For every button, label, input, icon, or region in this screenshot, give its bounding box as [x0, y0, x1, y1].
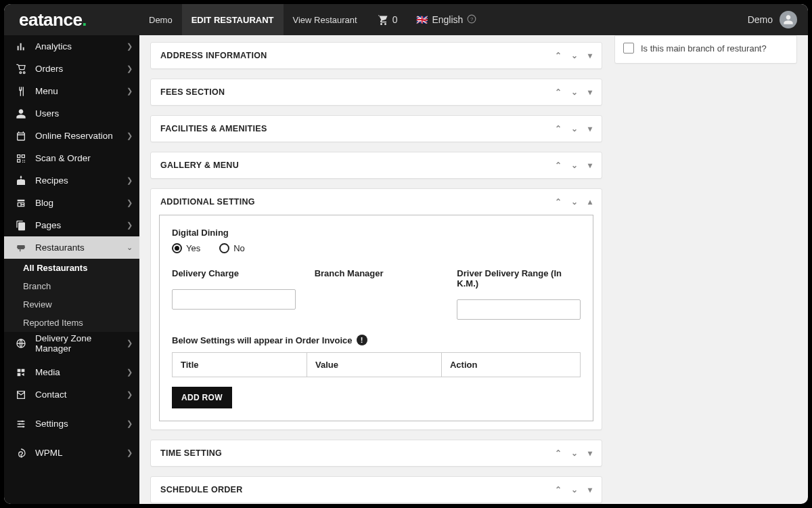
language-label: English	[432, 14, 463, 25]
mail-icon	[15, 389, 27, 400]
globe-icon	[15, 338, 27, 349]
move-up-icon[interactable]: ⌃	[555, 87, 562, 97]
chevron-right-icon: ❯	[127, 448, 133, 457]
driver-range-input[interactable]	[457, 299, 581, 320]
checkbox-icon	[623, 43, 634, 54]
sidebar-item-label: Analytics	[35, 41, 118, 51]
info-icon[interactable]: !	[357, 335, 367, 345]
user-icon	[15, 108, 27, 119]
add-row-button[interactable]: ADD ROW	[172, 387, 232, 408]
panel-gallery: GALLERY & MENU ⌃ ⌄ ▾	[150, 152, 602, 179]
cart-icon	[376, 13, 388, 27]
utensils-icon	[15, 86, 27, 97]
topnav-edit-restaurant[interactable]: EDIT RESTAURANT	[182, 4, 284, 35]
media-icon	[15, 367, 27, 378]
store-icon	[15, 242, 27, 253]
sidebar-item-analytics[interactable]: Analytics ❯	[4, 35, 139, 58]
toggle-icon[interactable]: ▾	[588, 51, 592, 60]
move-down-icon[interactable]: ⌄	[571, 197, 578, 207]
chevron-right-icon: ❯	[127, 339, 133, 347]
cart-count: 0	[392, 14, 398, 25]
toggle-icon[interactable]: ▾	[588, 124, 592, 133]
radio-icon	[219, 243, 229, 253]
sidebar-item-delivery-zone[interactable]: Delivery Zone Manager ❯	[4, 332, 139, 354]
main-branch-checkbox-row[interactable]: Is this main branch of resturant?	[623, 43, 788, 54]
chart-icon	[15, 41, 27, 52]
sidebar-item-contact[interactable]: Contact ❯	[4, 383, 139, 406]
toggle-icon[interactable]: ▴	[588, 197, 592, 207]
brand-dot: .	[82, 9, 87, 30]
move-up-icon[interactable]: ⌃	[555, 51, 562, 60]
pages-icon	[15, 220, 27, 231]
topbar-right: Demo	[748, 4, 808, 35]
radio-yes[interactable]: Yes	[172, 243, 200, 253]
panel-schedule-order: SCHEDULE ORDER ⌃ ⌄ ▾	[150, 476, 602, 503]
panel-title: FACILITIES & AMENITIES	[160, 124, 555, 133]
chevron-right-icon: ❯	[127, 368, 133, 377]
radio-no-label: No	[233, 243, 245, 253]
sidebar-item-blog[interactable]: Blog ❯	[4, 192, 139, 214]
toggle-icon[interactable]: ▾	[588, 485, 592, 494]
topnav-demo[interactable]: Demo	[139, 4, 182, 35]
sidebar-item-users[interactable]: Users	[4, 102, 139, 125]
panel-title: ADDRESS INFORMATION	[160, 51, 555, 60]
sidebar-sub-review[interactable]: Review	[4, 295, 139, 314]
main-content[interactable]: ADDRESS INFORMATION ⌃ ⌄ ▾ FEES SECTION ⌃	[139, 35, 808, 504]
sidebar-sub-branch[interactable]: Branch	[4, 277, 139, 295]
sidebar-item-pages[interactable]: Pages ❯	[4, 214, 139, 236]
toggle-icon[interactable]: ▾	[588, 448, 592, 458]
move-down-icon[interactable]: ⌄	[571, 124, 578, 133]
move-down-icon[interactable]: ⌄	[571, 485, 578, 494]
move-down-icon[interactable]: ⌄	[571, 161, 578, 170]
move-up-icon[interactable]: ⌃	[555, 124, 562, 133]
panel-title: ADDITIONAL SETTING	[160, 197, 555, 207]
chevron-right-icon: ❯	[127, 221, 133, 230]
sidebar-item-scan[interactable]: Scan & Order	[4, 147, 139, 169]
sidebar-item-settings[interactable]: Settings ❯	[4, 412, 139, 435]
topnav-language[interactable]: 🇬🇧 English ?	[407, 4, 486, 35]
sidebar-sub-reported[interactable]: Reported Items	[4, 314, 139, 332]
sidebar-sub-all-restaurants[interactable]: All Restaurants	[4, 259, 139, 277]
sidebar-item-recipes[interactable]: Recipes ❯	[4, 169, 139, 192]
cart-icon	[15, 64, 27, 75]
topbar-username[interactable]: Demo	[748, 14, 773, 25]
sidebar-item-label: Contact	[35, 389, 118, 400]
svg-point-5	[22, 425, 24, 427]
move-up-icon[interactable]: ⌃	[555, 161, 562, 170]
topnav-view-restaurant[interactable]: View Restaurant	[284, 4, 367, 35]
chevron-right-icon: ❯	[127, 176, 133, 185]
radio-no[interactable]: No	[219, 243, 245, 253]
flag-icon: 🇬🇧	[416, 14, 428, 25]
sidebar-item-media[interactable]: Media ❯	[4, 361, 139, 383]
move-up-icon[interactable]: ⌃	[555, 448, 562, 458]
svg-point-4	[19, 423, 21, 425]
sidebar-item-wpml[interactable]: WPML ❯	[4, 442, 139, 464]
chevron-right-icon: ❯	[127, 419, 133, 428]
delivery-charge-input[interactable]	[172, 289, 296, 310]
brand-logo: eatance.	[4, 4, 139, 35]
radio-icon	[172, 243, 182, 253]
move-down-icon[interactable]: ⌄	[571, 448, 578, 458]
avatar[interactable]	[780, 11, 797, 28]
chevron-right-icon: ❯	[127, 131, 133, 140]
sidebar-item-menu[interactable]: Menu ❯	[4, 80, 139, 102]
calendar-icon	[15, 131, 27, 142]
move-up-icon[interactable]: ⌃	[555, 485, 562, 494]
toggle-icon[interactable]: ▾	[588, 161, 592, 170]
cake-icon	[15, 175, 27, 186]
sidebar-item-restaurants[interactable]: Restaurants ⌄	[4, 236, 139, 259]
topnav-cart[interactable]: 0	[367, 4, 407, 35]
panel-time-setting: TIME SETTING ⌃ ⌄ ▾	[150, 440, 602, 467]
move-up-icon[interactable]: ⌃	[555, 197, 562, 207]
move-down-icon[interactable]: ⌄	[571, 87, 578, 97]
toggle-icon[interactable]: ▾	[588, 87, 592, 97]
main-branch-box: Is this main branch of resturant?	[614, 35, 797, 64]
chevron-right-icon: ❯	[127, 42, 133, 51]
sidebar-item-label: Menu	[35, 86, 118, 96]
topbar: eatance. Demo EDIT RESTAURANT View Resta…	[4, 4, 808, 35]
move-down-icon[interactable]: ⌄	[571, 51, 578, 60]
top-nav: Demo EDIT RESTAURANT View Restaurant 0 🇬…	[139, 4, 486, 35]
sidebar-item-orders[interactable]: Orders ❯	[4, 58, 139, 80]
sidebar-item-reservation[interactable]: Online Reservation ❯	[4, 125, 139, 147]
main-branch-label: Is this main branch of resturant?	[641, 43, 767, 54]
